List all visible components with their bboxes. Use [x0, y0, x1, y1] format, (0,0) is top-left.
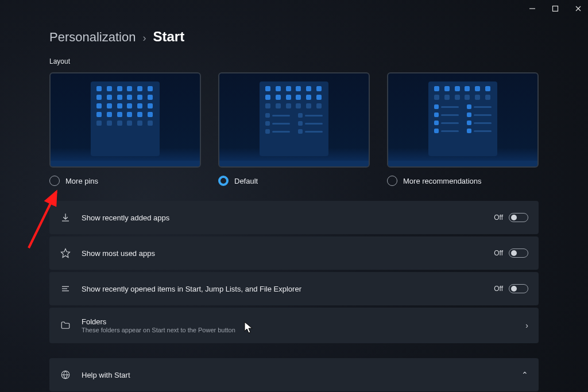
radio-label: Default	[234, 177, 258, 185]
globe-icon	[60, 369, 71, 381]
row-folders[interactable]: Folders These folders appear on Start ne…	[49, 308, 539, 343]
toggle-state: Off	[494, 249, 503, 257]
breadcrumb-parent[interactable]: Personalization	[49, 30, 136, 45]
minimize-button[interactable]	[527, 3, 537, 14]
close-button[interactable]	[573, 3, 583, 14]
folder-icon	[60, 320, 71, 331]
row-show-recently-opened[interactable]: Show recently opened items in Start, Jum…	[49, 272, 539, 305]
radio-more-pins[interactable]	[49, 176, 60, 186]
page-title: Start	[153, 29, 184, 45]
radio-more-recommendations[interactable]	[387, 176, 397, 186]
row-subtitle: These folders appear on Start next to th…	[82, 327, 235, 333]
toggle-show-recently-opened[interactable]	[509, 284, 528, 293]
layout-option-default[interactable]: Default	[218, 72, 370, 186]
toggle-state: Off	[494, 285, 503, 293]
row-show-most-used[interactable]: Show most used apps Off	[49, 236, 539, 270]
layout-preview-default	[218, 72, 370, 168]
row-show-recently-added[interactable]: Show recently added apps Off	[49, 201, 539, 234]
radio-label: More recommendations	[403, 177, 482, 185]
toggle-state: Off	[494, 214, 503, 222]
svg-rect-1	[553, 6, 558, 11]
toggle-show-recently-added[interactable]	[509, 213, 528, 222]
layout-option-more-pins[interactable]: More pins	[49, 72, 201, 186]
chevron-right-icon: ›	[525, 321, 528, 330]
radio-default[interactable]	[218, 176, 229, 186]
window-controls	[527, 3, 583, 14]
toggle-show-most-used[interactable]	[509, 249, 528, 258]
layout-preview-more-recommendations	[387, 72, 539, 168]
row-title: Help with Start	[82, 371, 130, 379]
row-title: Folders	[82, 317, 235, 326]
chevron-up-icon: ⌃	[521, 370, 528, 379]
row-title: Show recently opened items in Start, Jum…	[82, 285, 301, 293]
breadcrumb: Personalization › Start	[49, 29, 539, 45]
maximize-button[interactable]	[550, 3, 560, 14]
radio-label: More pins	[65, 177, 98, 185]
star-icon	[60, 247, 71, 259]
row-title: Show most used apps	[82, 249, 155, 258]
row-title: Show recently added apps	[82, 214, 169, 222]
chevron-right-icon: ›	[142, 32, 146, 44]
layout-option-more-recommendations[interactable]: More recommendations	[387, 72, 539, 186]
layout-preview-more-pins	[49, 72, 201, 168]
svg-marker-4	[61, 249, 70, 258]
row-help-with-start[interactable]: Help with Start ⌃	[49, 358, 539, 391]
section-label-layout: Layout	[49, 57, 539, 65]
list-icon	[60, 283, 71, 294]
download-icon	[60, 212, 71, 223]
